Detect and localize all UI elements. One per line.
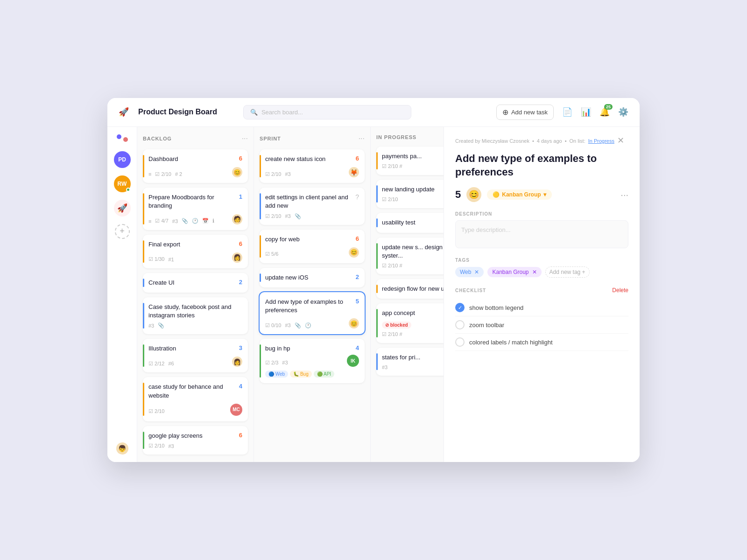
card-app-concept[interactable]: app concept ⊘ blocked ☑ 2/10 # bbox=[376, 303, 444, 343]
column-sprint-menu[interactable]: ··· bbox=[359, 134, 365, 143]
logo-dot-2 bbox=[123, 137, 128, 142]
card-redesign-flow[interactable]: redesign flow for new user bbox=[376, 279, 444, 299]
card-border bbox=[143, 383, 144, 415]
list-icon: ≡ bbox=[148, 171, 151, 177]
card-usability[interactable]: usability test bbox=[376, 213, 444, 232]
checklist-item-2[interactable]: zoom toolbar bbox=[455, 316, 628, 334]
detail-close-button[interactable]: ✕ bbox=[617, 135, 624, 146]
card-meta: ≡ ☑ 4/7 #3 📎 🕐 📅 ℹ bbox=[148, 218, 214, 224]
checklist-delete-button[interactable]: Delete bbox=[612, 287, 628, 294]
card-meta: ☑ 2/10 #3 📎 bbox=[265, 213, 359, 219]
header-title: Product Design Board bbox=[138, 108, 217, 116]
priority-badge[interactable]: 🟡 Kanban Group ▾ bbox=[487, 189, 551, 200]
search-bar[interactable]: 🔍 Search board... bbox=[243, 105, 411, 119]
tag-web[interactable]: Web ✕ bbox=[455, 267, 484, 277]
chart-icon[interactable]: 📊 bbox=[581, 107, 591, 117]
card-border bbox=[143, 240, 144, 263]
card-meta: ☑ 2/12 #6 bbox=[148, 361, 174, 367]
card-bug-hp[interactable]: bug in hp 4 ☑ 2/3 #3 IK 🔵 Web 🐛 Bug 🟢 A bbox=[260, 339, 365, 383]
card-moodboards[interactable]: Prepare Moodboards for branding 1 ≡ ☑ 4/… bbox=[143, 188, 248, 230]
notification-icon[interactable]: 🔔 25 bbox=[599, 107, 610, 117]
checklist-item-1[interactable]: show bottom legend bbox=[455, 299, 628, 316]
card-add-examples[interactable]: Add new type of examples to preferences … bbox=[260, 292, 365, 334]
card-meta: ☑ 2/10 # bbox=[382, 163, 444, 169]
card-number: 2 bbox=[235, 279, 242, 286]
card-update-design[interactable]: update new s... design syster... ☑ 2/10 … bbox=[376, 238, 444, 274]
card-new-landing[interactable]: new landing update ☑ 2/10 bbox=[376, 180, 444, 208]
logo-dots bbox=[117, 134, 128, 142]
column-backlog: BACKLOG ··· Dashboard 6 ≡ ☑ 2/10 # 2 bbox=[137, 127, 254, 462]
tag-web-remove[interactable]: ✕ bbox=[474, 269, 479, 275]
card-avatar: 😊 bbox=[349, 318, 359, 329]
card-title: create new status icon bbox=[265, 155, 348, 163]
file-icon[interactable]: 📄 bbox=[562, 107, 572, 117]
sidebar-rocket-button[interactable]: 🚀 bbox=[114, 200, 131, 217]
card-meta: ☑ 1/30 #1 bbox=[148, 256, 174, 262]
tag-kanban-group[interactable]: Kanban Group ✕ bbox=[487, 267, 541, 277]
checklist-item-3[interactable]: colored labels / match highlight bbox=[455, 334, 628, 351]
checklist-label: CHECKLIST bbox=[455, 288, 486, 293]
card-border bbox=[260, 193, 261, 219]
card-title: bug in hp bbox=[265, 344, 348, 353]
settings-icon[interactable]: ⚙️ bbox=[618, 107, 628, 117]
column-backlog-menu[interactable]: ··· bbox=[242, 134, 248, 143]
column-in-progress-title: IN PROGRESS bbox=[376, 134, 416, 140]
description-field[interactable]: Type description... bbox=[455, 220, 628, 248]
column-backlog-title: BACKLOG bbox=[143, 136, 172, 141]
detail-panel: Created by Mieczysław Czosnek • 4 days a… bbox=[444, 127, 640, 462]
card-meta: #3 bbox=[382, 364, 444, 370]
card-number: 6 bbox=[235, 240, 242, 247]
sidebar-bottom-avatar[interactable]: 👦 bbox=[116, 442, 128, 455]
column-in-progress: IN PROGRESS payments pa... ☑ 2/10 # new … bbox=[371, 127, 444, 462]
card-number: 6 bbox=[235, 432, 242, 439]
card-avatar: IK bbox=[347, 355, 359, 367]
card-avatar: 😊 bbox=[232, 167, 242, 177]
sidebar-avatar-rw[interactable]: RW bbox=[114, 175, 131, 192]
card-border bbox=[143, 279, 144, 287]
tag-kanban-remove[interactable]: ✕ bbox=[532, 269, 537, 275]
column-sprint-title: SPRINT bbox=[260, 136, 281, 141]
tag-bug: 🐛 Bug bbox=[290, 371, 312, 378]
checkbox-3[interactable] bbox=[455, 337, 465, 347]
card-final-export[interactable]: Final export 6 ☑ 1/30 #1 👩 bbox=[143, 235, 248, 268]
card-title: Prepare Moodboards for branding bbox=[148, 193, 231, 210]
app-window: 🚀 Product Design Board 🔍 Search board...… bbox=[107, 98, 640, 462]
card-title: update new s... design syster... bbox=[382, 243, 444, 260]
card-create-ui[interactable]: Create UI 2 bbox=[143, 273, 248, 293]
card-dashboard[interactable]: Dashboard 6 ≡ ☑ 2/10 # 2 😊 bbox=[143, 149, 248, 183]
checkbox-1[interactable] bbox=[455, 303, 465, 312]
card-meta: ☑ 2/10 #3 bbox=[148, 443, 242, 449]
card-status-icon[interactable]: create new status icon 6 ☑ 2/10 #3 🦊 bbox=[260, 149, 365, 183]
card-payments[interactable]: payments pa... ☑ 2/10 # bbox=[376, 147, 444, 175]
card-title: app concept bbox=[382, 309, 444, 317]
card-border bbox=[143, 344, 144, 367]
card-states[interactable]: states for pri... #3 bbox=[376, 348, 444, 376]
checklist: show bottom legend zoom toolbar colored … bbox=[455, 299, 628, 351]
notification-badge: 25 bbox=[604, 104, 613, 110]
detail-more-button[interactable]: ··· bbox=[620, 189, 628, 200]
card-edit-settings[interactable]: edit settings in client panel and add ne… bbox=[260, 188, 365, 224]
cal-icon: 📅 bbox=[202, 218, 209, 224]
add-task-button[interactable]: ⊕ Add new task bbox=[496, 105, 554, 120]
card-title: states for pri... bbox=[382, 353, 444, 362]
card-update-ios[interactable]: update new iOS 2 bbox=[260, 268, 365, 287]
card-copy-web[interactable]: copy for web 6 ☑ 5/6 😊 bbox=[260, 230, 365, 263]
checklist-text-2: zoom toolbar bbox=[469, 322, 504, 329]
sidebar-add-button[interactable]: + bbox=[115, 224, 130, 239]
card-border bbox=[376, 285, 378, 293]
info-icon: ℹ bbox=[212, 218, 214, 224]
card-case-study-social[interactable]: Case study, facebook post and instagram … bbox=[143, 297, 248, 334]
on-list-value[interactable]: In Progress bbox=[588, 138, 614, 144]
detail-assignee-row: 5 😊 🟡 Kanban Group ▾ ··· bbox=[455, 187, 628, 202]
card-google-play[interactable]: google play screens 6 ☑ 2/10 #3 bbox=[143, 426, 248, 455]
sidebar-avatar-pd[interactable]: PD bbox=[114, 151, 131, 168]
card-title: payments pa... bbox=[382, 152, 444, 161]
detail-meta-row: Created by Mieczysław Czosnek • 4 days a… bbox=[455, 136, 628, 146]
card-case-study-behance[interactable]: case study for behance and website 4 ☑ 2… bbox=[143, 377, 248, 421]
check-icon: ☑ 2/10 bbox=[155, 171, 171, 177]
card-illustration[interactable]: Illustration 3 ☑ 2/12 #6 👩 bbox=[143, 339, 248, 372]
card-title: Illustration bbox=[148, 344, 231, 353]
description-placeholder: Type description... bbox=[461, 226, 511, 233]
add-tag-button[interactable]: Add new tag + bbox=[545, 266, 590, 278]
checkbox-2[interactable] bbox=[455, 320, 465, 329]
